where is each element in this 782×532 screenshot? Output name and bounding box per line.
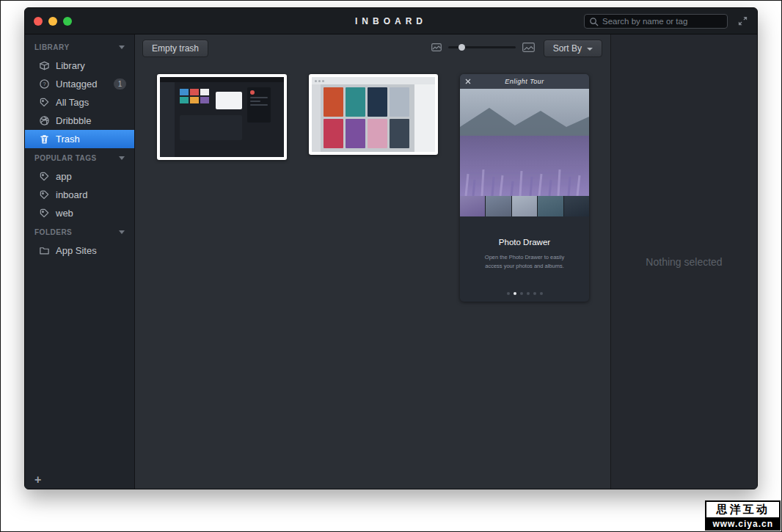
- close-window-button[interactable]: [34, 17, 43, 26]
- add-button[interactable]: +: [34, 474, 41, 486]
- search-input[interactable]: [602, 17, 723, 26]
- chevron-down-icon[interactable]: [119, 230, 125, 234]
- sidebar-item-label: Dribbble: [56, 115, 91, 126]
- sidebar: LIBRARY Library ? Untagged 1: [25, 34, 135, 489]
- sidebar-item-tag-web[interactable]: web: [25, 204, 134, 222]
- untagged-count-badge: 1: [114, 79, 126, 90]
- sidebar-item-tag-inboard[interactable]: inboard: [25, 186, 134, 204]
- app-title: INBOARD: [355, 16, 427, 26]
- section-header-popular-tags[interactable]: POPULAR TAGS: [25, 148, 134, 167]
- sidebar-item-tag-app[interactable]: app: [25, 167, 134, 186]
- gallery-panel: Empty trash Sort By: [135, 34, 610, 489]
- empty-trash-button[interactable]: Empty trash: [142, 40, 208, 57]
- thumbnail-enlight-tour-card[interactable]: Enlight Tour: [460, 74, 589, 302]
- sidebar-item-all-tags[interactable]: All Tags: [25, 93, 134, 112]
- tag-icon: [39, 208, 50, 219]
- dribbble-icon: [39, 115, 50, 126]
- watermark-url: www.ciya.cn: [705, 517, 781, 531]
- large-thumbnail-icon: [522, 43, 535, 52]
- sidebar-item-untagged[interactable]: ? Untagged 1: [25, 75, 134, 93]
- zoom-window-button[interactable]: [63, 17, 72, 26]
- tag-icon: [39, 189, 50, 200]
- fullscreen-icon[interactable]: [737, 15, 748, 26]
- sidebar-item-label: web: [56, 208, 73, 219]
- tag-icon: [39, 171, 50, 182]
- sidebar-item-label: App Sites: [56, 245, 97, 256]
- sidebar-item-label: Trash: [56, 134, 80, 145]
- lupine-field-photo: [460, 89, 589, 196]
- zoom-slider-track[interactable]: [448, 46, 516, 48]
- chevron-down-icon[interactable]: [119, 156, 125, 160]
- app-window: INBOARD LIBRARY Library: [24, 7, 758, 489]
- search-box[interactable]: [584, 14, 728, 29]
- traffic-lights: [34, 17, 72, 26]
- thumbnail-dark-app-screenshot[interactable]: [157, 74, 287, 160]
- zoom-slider-thumb[interactable]: [458, 44, 465, 51]
- sort-by-button[interactable]: Sort By: [544, 40, 602, 57]
- sidebar-item-label: Library: [56, 60, 85, 71]
- sidebar-item-library[interactable]: Library: [25, 57, 134, 75]
- watermark: 思洋互动 www.ciya.cn: [705, 500, 781, 531]
- folder-icon: [39, 245, 50, 256]
- watermark-name: 思洋互动: [705, 500, 781, 517]
- sidebar-item-dribbble[interactable]: Dribbble: [25, 112, 134, 130]
- sidebar-item-app-sites[interactable]: App Sites: [25, 241, 134, 260]
- question-icon: ?: [39, 79, 50, 90]
- enlight-card-description: Open the Photo Drawer to easily access y…: [478, 253, 571, 270]
- section-label: LIBRARY: [34, 43, 70, 51]
- thumbnail-design-app-screenshot[interactable]: [309, 74, 438, 155]
- tag-icon: [39, 97, 50, 108]
- sidebar-item-label: inboard: [56, 189, 87, 200]
- close-icon[interactable]: [465, 79, 471, 84]
- empty-state-text: Nothing selected: [646, 256, 722, 268]
- sidebar-item-label: app: [56, 171, 72, 182]
- section-label: POPULAR TAGS: [34, 154, 97, 162]
- section-header-folders[interactable]: FOLDERS: [25, 222, 134, 241]
- thumbnail-zoom-slider: [431, 43, 535, 52]
- enlight-card-header: Enlight Tour: [460, 74, 589, 89]
- search-icon: [589, 17, 599, 26]
- thumbnail-image: [160, 77, 284, 157]
- sort-by-label: Sort By: [553, 43, 582, 54]
- sidebar-item-label: All Tags: [56, 97, 89, 108]
- thumbnail-image: [312, 77, 435, 152]
- detail-panel: Nothing selected: [610, 34, 757, 489]
- enlight-card-info: Photo Drawer Open the Photo Drawer to ea…: [460, 216, 589, 302]
- titlebar: INBOARD: [25, 8, 757, 34]
- minimize-window-button[interactable]: [48, 17, 57, 26]
- svg-text:?: ?: [43, 81, 45, 87]
- sidebar-item-label: Untagged: [56, 79, 97, 90]
- photo-drawer-thumbnails: [460, 196, 589, 216]
- caret-down-icon: [587, 48, 593, 51]
- thumbnail-grid: Enlight Tour: [135, 64, 610, 302]
- enlight-card-header-label: Enlight Tour: [505, 78, 544, 85]
- library-icon: [39, 60, 50, 71]
- sidebar-item-trash[interactable]: Trash: [25, 130, 134, 148]
- small-thumbnail-icon: [431, 43, 442, 51]
- enlight-card-title: Photo Drawer: [460, 216, 589, 247]
- gallery-toolbar: Empty trash Sort By: [135, 34, 610, 64]
- section-label: FOLDERS: [34, 228, 72, 236]
- trash-icon: [39, 134, 50, 145]
- pagination-dots[interactable]: [460, 292, 589, 295]
- section-header-library[interactable]: LIBRARY: [25, 37, 134, 57]
- chevron-down-icon[interactable]: [119, 45, 125, 49]
